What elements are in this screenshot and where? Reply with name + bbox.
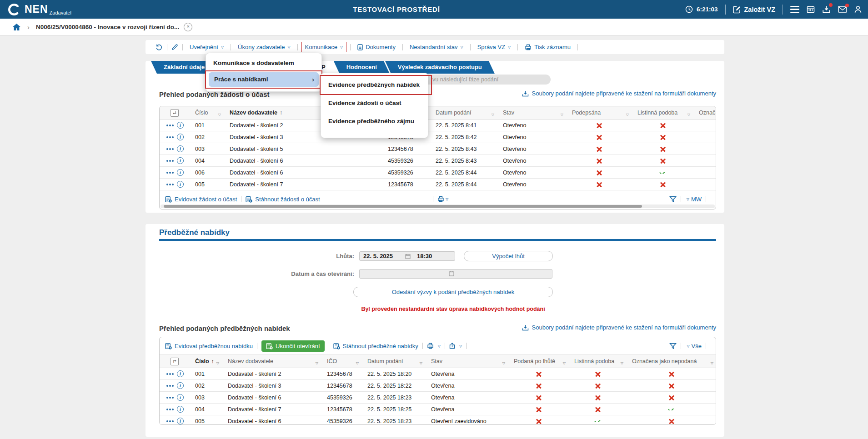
evidovat-zadost-o-ucast-button[interactable]: Evidovat žádost o účast bbox=[165, 196, 237, 203]
info-icon[interactable]: i bbox=[177, 134, 184, 140]
filter-caret-icon[interactable]: ▽ bbox=[216, 361, 219, 364]
column-header-datum-podani[interactable]: Datum podání▽ bbox=[362, 358, 426, 364]
column-header-nazev-dodavatele[interactable]: Název dodavatele▽ bbox=[222, 358, 321, 364]
filter-funnel-icon[interactable] bbox=[669, 196, 677, 203]
column-header-settings[interactable]: ⇄ bbox=[160, 358, 190, 365]
column-header-ico[interactable]: IČO▽ bbox=[321, 358, 362, 364]
menu-item-prace-s-nabidkami[interactable]: Práce s nabídkami› bbox=[209, 72, 319, 87]
filter-caret-icon[interactable]: ▽ bbox=[621, 361, 623, 364]
column-header-oznacena-jako-nepodana[interactable]: Označena jako nepodaná▽ bbox=[627, 358, 716, 364]
column-header-stav[interactable]: Stav▽ bbox=[426, 358, 508, 364]
mail-icon[interactable] bbox=[838, 6, 847, 13]
info-icon[interactable]: i bbox=[177, 157, 184, 164]
row-menu-icon[interactable] bbox=[166, 409, 168, 410]
table-row[interactable]: i003Dodavatel - školení 51234567822. 5. … bbox=[160, 143, 716, 155]
calendar-small-icon[interactable] bbox=[405, 254, 411, 259]
column-header-cislo[interactable]: Číslo▽ bbox=[190, 110, 224, 116]
ukoncit-otevirani-button[interactable]: Ukončit otevírání bbox=[261, 340, 325, 352]
column-settings-icon[interactable]: ⇄ bbox=[171, 358, 179, 365]
calendar-icon[interactable] bbox=[807, 5, 815, 13]
row-menu-icon[interactable] bbox=[166, 420, 168, 422]
menu-hamburger-icon[interactable] bbox=[790, 6, 799, 13]
column-header-podepsana[interactable]: Podepsána▽ bbox=[567, 110, 632, 116]
nen-logo[interactable]: NEN Zadavatel bbox=[6, 2, 71, 17]
filter-caret-icon[interactable]: ▽ bbox=[316, 361, 318, 364]
stahnout-zadosti-o-ucast-button[interactable]: Stáhnout žádosti o účast bbox=[246, 196, 320, 203]
stahnout-predbezne-nabidky-button[interactable]: Stáhnout předběžné nabídky bbox=[333, 343, 418, 349]
table-row[interactable]: i002Dodavatel - školení 31234567822. 5. … bbox=[160, 380, 716, 392]
deadline-field[interactable]: 22. 5. 2025 18:30 bbox=[359, 251, 455, 261]
row-menu-icon[interactable] bbox=[166, 125, 168, 126]
filter-funnel-icon[interactable] bbox=[669, 343, 677, 349]
menu-nestandardni-stav[interactable]: Nestandardní stav▽ bbox=[407, 42, 466, 52]
filter-caret-icon[interactable]: ▽ bbox=[626, 113, 629, 116]
info-icon[interactable]: i bbox=[177, 145, 184, 152]
menu-tisk-zaznamu[interactable]: Tisk záznamu bbox=[522, 42, 573, 52]
chevron-down-icon[interactable]: ▽ bbox=[687, 344, 689, 348]
table-row[interactable]: i004Dodavatel - školení 71234567822. 5. … bbox=[160, 404, 716, 415]
info-icon[interactable]: i bbox=[177, 181, 184, 188]
filter-caret-icon[interactable]: ▽ bbox=[420, 361, 422, 364]
column-header-listinna-podoba[interactable]: Listinná podoba▽ bbox=[569, 358, 627, 364]
pencil-icon[interactable] bbox=[171, 44, 178, 50]
user-icon[interactable] bbox=[854, 5, 862, 13]
table-row[interactable]: i002Dodavatel - školení 31234567822. 5. … bbox=[160, 131, 716, 143]
column-header-datum-podani[interactable]: Datum podání▽ bbox=[430, 110, 497, 116]
info-icon[interactable]: i bbox=[177, 406, 184, 413]
filter-preset-label[interactable]: MW bbox=[691, 196, 702, 203]
downloads-icon[interactable] bbox=[822, 5, 831, 13]
info-icon[interactable]: i bbox=[177, 370, 184, 377]
filter-caret-icon[interactable]: ▽ bbox=[218, 113, 221, 116]
filter-caret-icon[interactable]: ▽ bbox=[492, 113, 494, 116]
column-settings-icon[interactable]: ⇄ bbox=[171, 109, 179, 117]
opening-field[interactable] bbox=[359, 269, 552, 279]
calendar-small-icon[interactable] bbox=[449, 271, 454, 276]
download-note-link[interactable]: Soubory podání najdete připravené ke sta… bbox=[522, 90, 716, 97]
menu-dokumenty[interactable]: Dokumenty bbox=[355, 42, 398, 52]
row-menu-icon[interactable] bbox=[166, 160, 168, 162]
row-menu-icon[interactable] bbox=[166, 385, 168, 387]
column-header-oznac[interactable]: Označ▽ bbox=[693, 110, 716, 116]
breadcrumb-item[interactable]: N006/25/V00004860 - Inovace v rozvoji ří… bbox=[36, 24, 179, 30]
table-row[interactable]: i003Dodavatel - školení 64535932622. 5. … bbox=[160, 392, 716, 404]
filter-caret-icon[interactable]: ▽ bbox=[561, 113, 563, 116]
deadline-date-value[interactable]: 22. 5. 2025 bbox=[363, 253, 405, 259]
filter-caret-icon[interactable]: ▽ bbox=[687, 113, 690, 116]
row-menu-icon[interactable] bbox=[166, 136, 168, 138]
row-menu-icon[interactable] bbox=[166, 172, 168, 174]
column-header-cislo[interactable]: Číslo↑▽ bbox=[190, 358, 222, 364]
filter-caret-icon[interactable]: ▽ bbox=[502, 361, 505, 364]
table-row[interactable]: i004Dodavatel - školení 64535932622. 5. … bbox=[160, 155, 716, 167]
row-menu-icon[interactable] bbox=[166, 373, 168, 375]
column-header-listinna-podoba[interactable]: Listinná podoba▽ bbox=[632, 110, 693, 116]
menu-ukony-zadavatele[interactable]: Úkony zadavatele▽ bbox=[235, 42, 293, 52]
filter-preset-label[interactable]: Vše bbox=[692, 343, 702, 349]
column-header-podana-po-lhute[interactable]: Podaná po lhůtě▽ bbox=[508, 358, 569, 364]
home-icon[interactable] bbox=[12, 23, 21, 31]
info-icon[interactable]: i bbox=[177, 169, 184, 176]
submenu-item-evidence-zadosti-o-ucast[interactable]: Evidence žádostí o účast bbox=[321, 94, 428, 112]
table-row[interactable]: i001Dodavatel - školení 21234567822. 5. … bbox=[160, 120, 716, 131]
send-call-button[interactable]: Odeslání výzvy k podání předběžných nabí… bbox=[353, 287, 553, 297]
filter-caret-icon[interactable]: ▽ bbox=[563, 361, 566, 364]
close-icon[interactable]: × bbox=[184, 23, 192, 31]
evidovat-predbeznou-nabidku-button[interactable]: Evidovat předběžnou nabídku bbox=[165, 343, 253, 349]
row-menu-icon[interactable] bbox=[166, 148, 168, 150]
create-vz-button[interactable]: Založit VZ bbox=[733, 5, 775, 14]
table-row[interactable]: i001Dodavatel - školení 21234567822. 5. … bbox=[160, 368, 716, 380]
menu-uverejneni[interactable]: Uveřejnění▽ bbox=[187, 42, 226, 52]
filter-caret-icon[interactable]: ▽ bbox=[711, 361, 713, 364]
tab-vysledek-zadavaciho-postupu[interactable]: Výsledek zadávacího postupu bbox=[385, 61, 495, 74]
info-icon[interactable]: i bbox=[177, 122, 184, 129]
table-row[interactable]: i006Dodavatel - školení 64535932622. 5. … bbox=[160, 167, 716, 179]
filter-caret-icon[interactable]: ▽ bbox=[356, 361, 359, 364]
calc-deadlines-button[interactable]: Výpočet lhůt bbox=[464, 251, 553, 261]
table-row[interactable]: i005Dodavatel - školení 71234567822. 5. … bbox=[160, 179, 716, 190]
menu-komunikace[interactable]: Komunikace▽ bbox=[301, 42, 347, 52]
row-menu-icon[interactable] bbox=[166, 397, 168, 399]
info-icon[interactable]: i bbox=[177, 382, 184, 389]
info-icon[interactable]: i bbox=[177, 394, 184, 401]
column-header-stav[interactable]: Stav▽ bbox=[497, 110, 567, 116]
menu-item-komunikace-s-dodavatelem[interactable]: Komunikace s dodavatelem bbox=[206, 55, 321, 71]
chevron-down-icon[interactable]: ▽ bbox=[687, 197, 689, 201]
